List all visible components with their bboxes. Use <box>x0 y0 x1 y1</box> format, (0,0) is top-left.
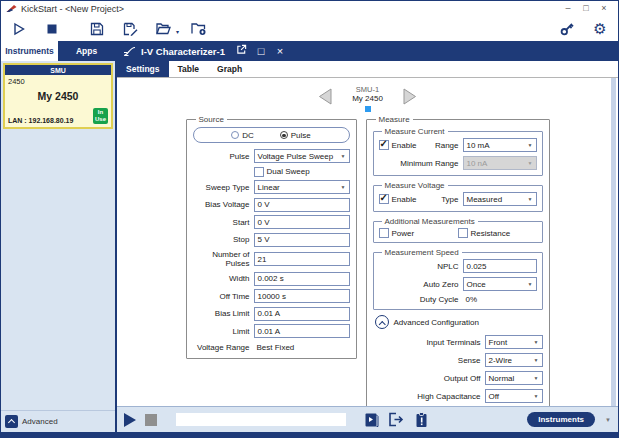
window-title: KickStart - <New Project> <box>21 4 124 14</box>
stop-input[interactable]: 5 V <box>254 233 350 247</box>
new-project-button[interactable] <box>190 21 206 37</box>
open-project-caret-icon[interactable]: ▾ <box>176 28 179 35</box>
next-smu-arrow-icon[interactable] <box>403 88 417 105</box>
power-checkbox[interactable]: Power <box>379 228 458 238</box>
output-off-row: Output Off Normal ▼ <box>373 371 543 385</box>
resistance-checkbox[interactable]: Resistance <box>458 228 537 238</box>
start-label: Start <box>193 218 250 227</box>
bias-voltage-input[interactable]: 0 V <box>254 198 350 212</box>
bias-limit-row: Bias Limit 0.01 A <box>193 307 350 321</box>
run-history-button[interactable] <box>363 412 379 428</box>
chevron-down-icon: ▼ <box>528 196 533 202</box>
bias-limit-input[interactable]: 0.01 A <box>254 307 350 321</box>
minimum-range-select: 10 nA ▼ <box>463 156 537 170</box>
open-project-button[interactable] <box>155 21 171 37</box>
main-area: Instruments Apps SMU 2450 My 2450 LAN : … <box>1 41 618 432</box>
instrument-card-smu[interactable]: SMU 2450 My 2450 LAN : 192.168.80.19 In … <box>3 63 113 129</box>
number-of-pulses-input[interactable]: 21 <box>254 252 350 266</box>
advanced-expand-button[interactable] <box>5 415 18 428</box>
panel-header: I-V Characterizer-1 □ × <box>117 41 618 61</box>
type-label: Type <box>416 195 458 204</box>
auto-zero-select[interactable]: Once ▼ <box>463 277 537 291</box>
panel-close-icon[interactable]: × <box>273 44 287 58</box>
output-off-value: Normal <box>489 374 515 383</box>
high-capacitance-row: High Capacitance Off ▼ <box>373 389 543 403</box>
input-terminals-select[interactable]: Front ▼ <box>485 335 543 349</box>
duty-cycle-value: 0% <box>463 295 537 304</box>
tab-apps[interactable]: Apps <box>58 41 115 61</box>
smu-page-indicator[interactable] <box>365 106 371 112</box>
stop-test-button[interactable] <box>145 414 157 426</box>
export-data-button[interactable] <box>388 412 404 428</box>
vertical-scrollbar[interactable] <box>611 78 616 406</box>
license-key-button[interactable] <box>559 21 575 37</box>
voltage-range-label: Voltage Range <box>193 343 250 352</box>
auto-zero-row: Auto Zero Once ▼ <box>379 277 537 291</box>
panel-title: I-V Characterizer-1 <box>141 46 225 57</box>
save-as-button[interactable] <box>122 21 138 37</box>
dc-radio-option[interactable]: DC <box>231 131 254 140</box>
sidebar-tabs: Instruments Apps <box>1 41 115 61</box>
test-info-button[interactable] <box>413 412 429 428</box>
number-of-pulses-label: Number of Pulses <box>193 250 250 268</box>
chevron-down-icon: ▼ <box>534 375 539 381</box>
pulse-radio-option[interactable]: Pulse <box>280 131 311 140</box>
range-label: Range <box>416 141 458 150</box>
run-test-button[interactable] <box>124 413 136 427</box>
tab-settings[interactable]: Settings <box>117 61 169 77</box>
popout-icon[interactable] <box>235 44 249 58</box>
instrument-card-footer: LAN : 192.168.80.19 In Use <box>8 108 108 124</box>
dual-sweep-label: Dual Sweep <box>267 167 310 176</box>
sweep-type-row: Sweep Type Linear ▼ <box>193 180 350 194</box>
nplc-input[interactable]: 0.025 <box>463 259 537 273</box>
source-group: Source DC Pulse Pul <box>186 115 357 359</box>
run-button[interactable] <box>11 21 27 37</box>
current-enable-row: Enable Range 10 mA ▼ <box>379 138 537 152</box>
off-time-input[interactable]: 10000 s <box>254 289 350 303</box>
width-label: Width <box>193 274 250 283</box>
width-row: Width 0.002 s <box>193 272 350 286</box>
collapse-advanced-button[interactable] <box>375 315 389 329</box>
progress-bar <box>176 413 346 426</box>
input-terminals-value: Front <box>489 338 508 347</box>
output-off-select[interactable]: Normal ▼ <box>485 371 543 385</box>
titlebar: KickStart - <New Project> – □ × <box>1 1 618 16</box>
panel-maximize-icon[interactable]: □ <box>254 44 268 58</box>
pulse-type-select[interactable]: Voltage Pulse Sweep ▼ <box>254 149 350 163</box>
tab-graph[interactable]: Graph <box>208 61 251 77</box>
tab-table[interactable]: Table <box>169 61 209 77</box>
voltage-enable-checkbox[interactable]: Enable <box>379 194 417 204</box>
radio-checked-icon <box>280 131 288 139</box>
current-enable-checkbox[interactable]: Enable <box>379 140 417 150</box>
tab-instruments[interactable]: Instruments <box>1 41 58 61</box>
sidebar-footer: Advanced <box>1 410 115 432</box>
kickstart-logo-icon <box>6 4 17 13</box>
prev-smu-arrow-icon[interactable] <box>318 88 332 105</box>
sweep-type-select[interactable]: Linear ▼ <box>254 180 350 194</box>
high-capacitance-select[interactable]: Off ▼ <box>485 389 543 403</box>
limit-input[interactable]: 0.01 A <box>254 324 350 338</box>
voltage-range-value: Best Fixed <box>254 343 295 352</box>
width-input[interactable]: 0.002 s <box>254 272 350 286</box>
checkbox-icon <box>379 228 389 238</box>
current-range-select[interactable]: 10 mA ▼ <box>463 138 537 152</box>
dc-label: DC <box>242 131 254 140</box>
voltage-type-select[interactable]: Measured ▼ <box>463 192 537 206</box>
instruments-button[interactable]: Instruments <box>527 412 595 427</box>
window-minimize-button[interactable]: – <box>559 2 577 15</box>
dual-sweep-checkbox[interactable]: Dual Sweep <box>254 167 310 177</box>
sense-select[interactable]: 2-Wire ▼ <box>485 353 543 367</box>
start-input[interactable]: 0 V <box>254 215 350 229</box>
instruments-caret-icon[interactable]: ▼ <box>605 417 611 423</box>
advanced-configuration-header: Advanced Configuration <box>375 315 543 329</box>
input-terminals-row: Input Terminals Front ▼ <box>373 335 543 349</box>
chevron-down-icon: ▼ <box>341 184 346 190</box>
save-button[interactable] <box>89 21 105 37</box>
window-maximize-button[interactable]: □ <box>577 2 595 15</box>
stop-button[interactable] <box>44 21 60 37</box>
settings-gear-button[interactable]: ⚙ <box>592 21 608 37</box>
dual-sweep-row: Dual Sweep <box>193 167 350 177</box>
window-close-button[interactable]: × <box>595 2 613 15</box>
chevron-down-icon: ▼ <box>528 281 533 287</box>
instrument-card-body: 2450 My 2450 LAN : 192.168.80.19 In Use <box>5 75 111 127</box>
